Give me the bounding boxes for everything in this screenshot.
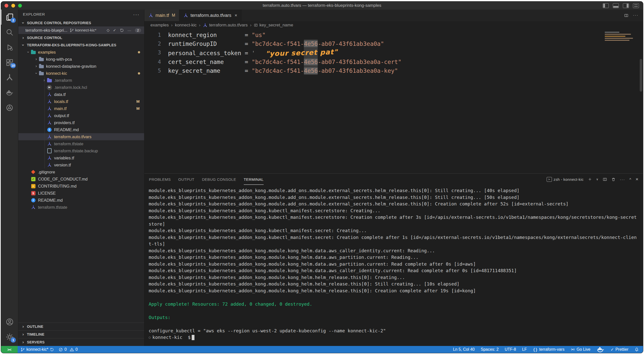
- minimap[interactable]: [605, 32, 637, 42]
- close-window-button[interactable]: [5, 4, 8, 8]
- extensions-activity-item[interactable]: 10: [1, 55, 18, 70]
- status-item-bell[interactable]: [634, 347, 639, 352]
- panel-more-icon[interactable]: ···: [620, 177, 625, 182]
- tree-item-output-tf[interactable]: output.tf: [18, 112, 144, 119]
- close-tab-icon[interactable]: ×: [234, 13, 237, 18]
- tree-item-locals-tf[interactable]: locals.tfM: [18, 98, 144, 105]
- editor-more-icon[interactable]: ···: [633, 13, 638, 18]
- tree-item-terraform-auto-tfvars[interactable]: terraform.auto.tfvars: [18, 133, 144, 140]
- code-line-3[interactable]: 3personal_access_token = ' "your secret …: [144, 48, 643, 58]
- search-activity-item[interactable]: [1, 25, 18, 40]
- tree-item-variables-tf[interactable]: variables.tf: [18, 154, 144, 161]
- tree-item-kong-with-pca[interactable]: ›kong-with-pca: [18, 56, 144, 63]
- tree-item--gitignore[interactable]: .gitignore: [18, 168, 144, 175]
- tree-item-readme-md[interactable]: iREADME.md: [18, 197, 144, 204]
- repo-row[interactable]: terraform-eks-bluepri... konnect-kic* ◇ …: [18, 26, 144, 34]
- tree-item-main-tf[interactable]: main.tfM: [18, 105, 144, 112]
- status-item-lf[interactable]: LF: [522, 347, 527, 352]
- terminal-session[interactable]: >zsh - konnect-kic: [547, 177, 584, 182]
- new-terminal-icon[interactable]: [588, 177, 592, 181]
- explorer-activity-item[interactable]: 2: [1, 10, 18, 25]
- commit-check-icon[interactable]: ✓: [113, 28, 116, 32]
- remote-indicator[interactable]: ><: [1, 346, 18, 353]
- maximize-panel-icon[interactable]: ^: [629, 177, 631, 182]
- status-item-ln-5-col-40[interactable]: Ln 5, Col 40: [453, 347, 475, 352]
- toggle-sidebar-icon[interactable]: [603, 3, 609, 8]
- status-problems[interactable]: 0 0: [59, 347, 78, 352]
- status-item-prettier[interactable]: ✓Prettier: [611, 347, 628, 352]
- sync-icon[interactable]: [120, 28, 124, 32]
- tree-item-version-tf[interactable]: version.tf: [18, 161, 144, 168]
- code-line-4[interactable]: 4cert_secret_name = "bc7dc4ac-f541-4e56-…: [144, 58, 643, 66]
- tree-item-terraform-tfstate-backup[interactable]: terraform.tfstate.backup: [18, 147, 144, 154]
- tree-item-label: terraform.tfstate.backup: [54, 149, 98, 153]
- section-servers[interactable]: ›SERVERS: [18, 338, 144, 346]
- status-item-terraform-vars[interactable]: {}terraform-vars: [533, 347, 565, 352]
- section-source-control-repositories[interactable]: › SOURCE CONTROL REPOSITORIES: [18, 19, 144, 26]
- tree-item-license[interactable]: §LICENSE: [18, 190, 144, 197]
- chevron-right-icon[interactable]: ›: [42, 78, 47, 83]
- tree-item-code-of-conduct-md[interactable]: ✓CODE_OF_CONDUCT.md: [18, 175, 144, 183]
- section-outline[interactable]: ›OUTLINE: [18, 323, 144, 330]
- editor-scrollbar[interactable]: [640, 59, 642, 92]
- breadcrumb-item-examples[interactable]: examples: [150, 23, 169, 28]
- code-editor[interactable]: 1konnect_region = "us"2runtimeGroupID = …: [144, 29, 643, 173]
- split-terminal-icon[interactable]: [603, 177, 607, 182]
- panel-tab-problems[interactable]: PROBLEMS: [149, 174, 171, 185]
- tree-item-providers-tf[interactable]: providers.tf: [18, 119, 144, 126]
- settings-activity-item[interactable]: 1: [1, 329, 18, 344]
- close-panel-icon[interactable]: ×: [636, 176, 639, 182]
- tree-item--terraform-lock-hcl[interactable]: H.terraform.lock.hcl: [18, 84, 144, 91]
- breadcrumb-item-key-secret-name[interactable]: key_secret_name: [254, 23, 293, 28]
- chevron-down-icon[interactable]: ›: [34, 71, 38, 76]
- account-activity-item[interactable]: [1, 314, 18, 329]
- tree-item-terraform-tfstate[interactable]: terraform.tfstate: [18, 140, 144, 147]
- kill-terminal-icon[interactable]: [611, 177, 616, 182]
- section-workspace-root[interactable]: › TERRAFORM-EKS-BLUEPRINTS-KONG-SAMPLES: [18, 41, 144, 49]
- split-editor-icon[interactable]: [624, 13, 628, 18]
- status-branch[interactable]: konnect-kic*: [21, 347, 54, 352]
- more-icon[interactable]: ···: [128, 28, 131, 32]
- code-line-2[interactable]: 2runtimeGroupID = "bc7dc4ac-f541-4e56-ab…: [144, 40, 643, 48]
- customize-layout-icon[interactable]: [633, 3, 639, 8]
- status-item-go-live[interactable]: Go Live: [571, 347, 590, 352]
- status-item-spaces-2[interactable]: Spaces: 2: [481, 347, 499, 352]
- panel-tab-terminal[interactable]: TERMINAL: [244, 174, 264, 185]
- tree-item-terraform-tfstate[interactable]: terraform.tfstate: [18, 204, 144, 211]
- terminal-prompt[interactable]: ○konnect-kic $: [149, 334, 643, 341]
- toggle-secondary-sidebar-icon[interactable]: [623, 3, 629, 8]
- zoom-window-button[interactable]: [18, 4, 22, 8]
- minimize-window-button[interactable]: [11, 4, 15, 8]
- tree-item-contributing-md[interactable]: ≡CONTRIBUTING.md: [18, 183, 144, 190]
- kong-activity-item[interactable]: [1, 70, 18, 85]
- tree-item--terraform[interactable]: ›.terraform: [18, 77, 144, 84]
- status-item-utf-8[interactable]: UTF-8: [505, 347, 516, 352]
- terminal-dropdown-icon[interactable]: ∨: [596, 178, 598, 181]
- toggle-panel-icon[interactable]: [613, 3, 619, 8]
- kubernetes-activity-item[interactable]: [1, 100, 18, 115]
- code-line-1[interactable]: 1konnect_region = "us": [144, 31, 643, 40]
- tree-item-readme-md[interactable]: iREADME.md: [18, 126, 144, 133]
- chevron-right-icon[interactable]: ›: [34, 64, 38, 68]
- tab-terraform-auto-tfvars[interactable]: terraform.auto.tfvars×: [179, 10, 242, 21]
- explorer-more-icon[interactable]: ···: [133, 12, 140, 17]
- docker-activity-item[interactable]: [1, 85, 18, 100]
- panel-tab-output[interactable]: OUTPUT: [178, 174, 194, 185]
- tree-item-konnect-dataplane-graviton[interactable]: ›konnect-dataplane-graviton: [18, 63, 144, 70]
- run-debug-activity-item[interactable]: [1, 40, 18, 55]
- panel-tab-debug-console[interactable]: DEBUG CONSOLE: [202, 174, 236, 185]
- tab-main-tf[interactable]: main.tfM: [144, 10, 179, 21]
- section-timeline[interactable]: ›TIMELINE: [18, 330, 144, 338]
- cloud-icon[interactable]: ◇: [107, 28, 110, 32]
- tree-item-examples[interactable]: ›examples: [18, 49, 144, 56]
- breadcrumb-item-terraform-auto-tfvars[interactable]: terraform.auto.tfvars: [203, 23, 248, 28]
- status-item-docker[interactable]: [596, 345, 605, 353]
- chevron-down-icon[interactable]: ›: [26, 50, 30, 54]
- chevron-right-icon[interactable]: ›: [34, 57, 38, 61]
- code-line-5[interactable]: 5key_secret_name = "bc7dc4ac-f541-4e56-a…: [144, 66, 643, 75]
- section-source-control[interactable]: › SOURCE CONTROL: [18, 34, 144, 41]
- tree-item-data-tf[interactable]: data.tf: [18, 91, 144, 98]
- tree-item-konnect-kic[interactable]: ›konnect-kic: [18, 70, 144, 77]
- terminal-output[interactable]: module.eks_blueprints_kubernetes_addon_k…: [144, 185, 643, 346]
- breadcrumb-item-konnect-kic[interactable]: konnect-kic: [175, 23, 197, 28]
